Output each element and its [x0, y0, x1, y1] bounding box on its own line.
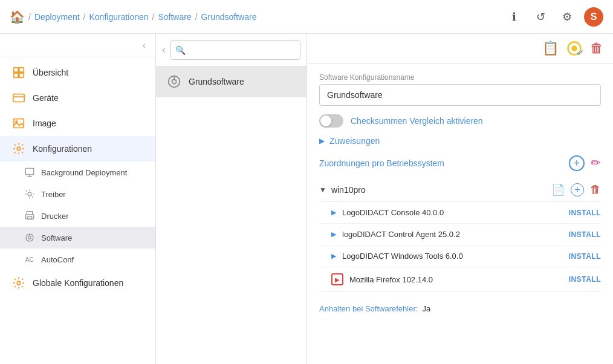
sidebar-main-section: Übersicht Geräte Image	[0, 57, 155, 298]
disk-icon-wrap[interactable]	[566, 40, 583, 57]
sidebar-item-globale-konfigurationen[interactable]: Globale Konfigurationen	[0, 270, 155, 296]
info-icon[interactable]: ℹ	[504, 7, 524, 27]
sw-expand-icon-1[interactable]: ▶	[331, 230, 336, 238]
right-content: Software Konfigurationsname Checksummen …	[307, 63, 613, 323]
sw-status-1: INSTALL	[569, 230, 601, 239]
section-add-icon[interactable]: +	[569, 155, 585, 171]
section-actions: + ✏	[569, 155, 601, 171]
sw-item-2: ▶ LogoDIDACT Windows Tools 6.0.0 INSTALL	[319, 245, 601, 267]
sidebar-label-image: Image	[33, 119, 56, 128]
assignments-row[interactable]: ▶ Zuweisungen	[319, 136, 601, 146]
copy-icon[interactable]: 📋	[542, 41, 559, 56]
breadcrumb-software[interactable]: Software	[158, 12, 191, 22]
svg-point-16	[28, 236, 31, 239]
svg-point-21	[172, 80, 177, 84]
sw-name-0: LogoDIDACT Console 40.0.0	[342, 208, 444, 217]
sidebar: ‹ Übersicht Geräte	[0, 34, 156, 364]
main-layout: ‹ Übersicht Geräte	[0, 34, 613, 364]
os-collapse-icon[interactable]: ▼	[319, 186, 326, 194]
topbar: 🏠 / Deployment / Konfigurationen / Softw…	[0, 0, 613, 34]
search-input[interactable]	[170, 40, 300, 60]
os-trash-icon[interactable]: 🗑	[590, 183, 601, 197]
sw-status-0: INSTALL	[569, 209, 601, 217]
svg-rect-4	[13, 94, 24, 102]
breadcrumb-deployment[interactable]: Deployment	[34, 12, 80, 22]
svg-rect-0	[14, 68, 18, 72]
sidebar-toggle-area: ‹	[0, 34, 155, 57]
svg-rect-1	[19, 68, 24, 72]
checksummen-label[interactable]: Checksummen Vergleich aktivieren	[351, 116, 483, 126]
topbar-icons: ℹ ↺ ⚙ S	[504, 7, 603, 27]
sw-expand-icon-3[interactable]: ▶	[331, 273, 343, 285]
sw-item-1: ▶ logoDIDACT Control Agent 25.0.2 INSTAL…	[319, 224, 601, 245]
svg-point-25	[574, 48, 575, 49]
os-add-icon[interactable]: +	[571, 183, 584, 197]
sidebar-sub-item-software[interactable]: Software	[0, 227, 155, 249]
sidebar-label-ubersicht: Übersicht	[33, 68, 68, 77]
sidebar-sub-item-autoconf[interactable]: AC AutoConf	[0, 249, 155, 270]
sidebar-sub-label-drucker: Drucker	[41, 212, 69, 221]
settings-icon[interactable]: ⚙	[557, 7, 577, 27]
trash-icon[interactable]: 🗑	[590, 41, 603, 56]
home-icon[interactable]: 🏠	[10, 10, 25, 24]
sidebar-item-gerate[interactable]: Geräte	[0, 85, 155, 111]
right-panel: 📋 🗑 Software Konfigurationsname	[307, 34, 613, 364]
sw-name-3: Mozilla Firefox 102.14.0	[349, 275, 433, 284]
sidebar-label-globale-konfigurationen: Globale Konfigurationen	[33, 278, 123, 288]
sidebar-sub-item-drucker[interactable]: Drucker	[0, 205, 155, 227]
sidebar-sub-label-background-deployment: Background Deployment	[41, 168, 127, 177]
middle-panel: ‹ 🔍 Grundsoftware	[156, 34, 307, 364]
sidebar-label-gerate: Geräte	[33, 93, 59, 103]
os-name: win10pro	[331, 185, 366, 195]
breadcrumb-current: Grundsoftware	[201, 12, 257, 22]
breadcrumb-konfigurationen[interactable]: Konfigurationen	[89, 12, 148, 22]
sw-status-3: INSTALL	[569, 275, 601, 284]
sidebar-collapse-button[interactable]: ‹	[143, 40, 146, 51]
svg-text:AC: AC	[25, 256, 34, 263]
user-avatar[interactable]: S	[584, 7, 603, 27]
footer-label: Anhalten bei Softwarefehler:	[319, 304, 418, 313]
refresh-icon[interactable]: ↺	[531, 7, 550, 27]
svg-point-8	[17, 147, 21, 151]
search-icon: 🔍	[175, 45, 186, 55]
section-edit-icon[interactable]: ✏	[591, 155, 601, 171]
sidebar-sub-label-software: Software	[41, 233, 72, 242]
sidebar-item-konfigurationen[interactable]: Konfigurationen	[0, 136, 155, 161]
checksummen-toggle[interactable]	[319, 114, 343, 128]
sw-expand-icon-2[interactable]: ▶	[331, 252, 336, 260]
breadcrumb: 🏠 / Deployment / Konfigurationen / Softw…	[10, 10, 256, 24]
sidebar-item-ubersicht[interactable]: Übersicht	[0, 60, 155, 85]
assignments-label: Zuweisungen	[329, 136, 380, 146]
svg-rect-14	[27, 217, 32, 219]
section-title-row: Zuordnungen pro Betriebssystem + ✏	[319, 155, 601, 171]
sidebar-sub-label-treiber: Treiber	[41, 190, 66, 199]
footer-value: Ja	[423, 304, 431, 313]
config-item-label: Grundsoftware	[189, 77, 244, 86]
svg-point-19	[17, 281, 21, 285]
svg-rect-2	[14, 73, 18, 77]
sw-item-3: ▶ Mozilla Firefox 102.14.0 INSTALL	[319, 267, 601, 292]
os-header: ▼ win10pro 📄 + 🗑	[319, 178, 601, 202]
middle-back-button[interactable]: ‹	[162, 44, 166, 56]
os-copy-icon[interactable]: 📄	[551, 183, 565, 197]
assignments-arrow-icon: ▶	[319, 137, 325, 145]
footer-note: Anhalten bei Softwarefehler: Ja	[319, 297, 601, 313]
sw-name-1: logoDIDACT Control Agent 25.0.2	[342, 230, 460, 239]
right-toolbar: 📋 🗑	[307, 34, 613, 63]
sw-item-0: ▶ LogoDIDACT Console 40.0.0 INSTALL	[319, 202, 601, 224]
sidebar-sub-item-treiber[interactable]: Treiber	[0, 183, 155, 205]
config-name-input[interactable]	[319, 84, 601, 106]
os-group-win10pro: ▼ win10pro 📄 + 🗑 ▶ LogoDIDACT Console 40…	[319, 178, 601, 292]
sidebar-sub-item-background-deployment[interactable]: Background Deployment	[0, 161, 155, 183]
toggle-row: Checksummen Vergleich aktivieren	[319, 114, 601, 128]
sidebar-label-konfigurationen: Konfigurationen	[33, 144, 92, 154]
os-actions: 📄 + 🗑	[551, 183, 601, 197]
sidebar-item-image[interactable]: Image	[0, 111, 155, 136]
svg-point-12	[28, 192, 31, 196]
sw-expand-icon-0[interactable]: ▶	[331, 209, 336, 216]
svg-point-7	[16, 121, 18, 123]
toggle-knob	[320, 115, 331, 126]
config-item-grundsoftware[interactable]: Grundsoftware	[156, 66, 306, 97]
section-title: Zuordnungen pro Betriebssystem	[319, 158, 444, 168]
svg-rect-3	[19, 73, 24, 77]
